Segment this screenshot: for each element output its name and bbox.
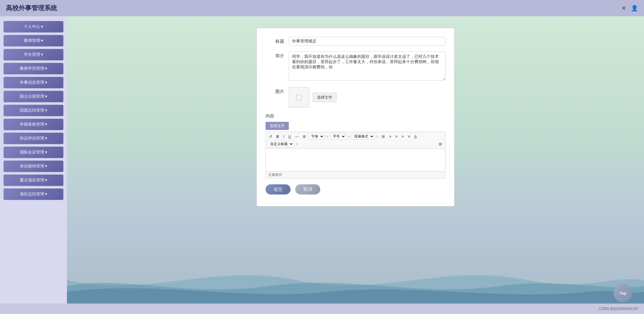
sidebar: 个人中心 ▾ 教师管理 ▾ 学生管理 ▾ 教师学历管理 ▾ 外事信息管理 ▾ 因… [0,16,67,314]
app-title: 高校外事管理系统 [6,4,57,13]
intro-control: 同学，我不知道你为什么选这么抽象的题目，跟毕业设计差太远了，已经几个技术看到你的… [289,51,445,81]
image-select-file-button[interactable]: 选择文件 [313,93,337,102]
image-label: 图片 [266,87,289,94]
sidebar-item-return[interactable]: 回国总结管理 ▾ [3,105,63,116]
sidebar-item-foreign-affairs[interactable]: 外事信息管理 ▾ [3,77,63,88]
toolbar-custom-heading-select[interactable]: 自定义标题 [268,141,294,147]
image-preview [289,87,309,108]
toolbar-align-left-button[interactable]: ≡ [388,134,393,139]
user-icon[interactable]: 👤 [631,5,638,12]
form-buttons: 提交 取消 [266,184,445,195]
toolbar-align-justify-button[interactable]: ≡ [406,134,412,139]
toolbar-align-right-button[interactable]: ≡ [400,134,406,139]
title-control [289,37,445,46]
close-icon[interactable]: ✕ [621,5,626,12]
image-upload-row: 选择文件 [289,87,445,108]
sidebar-item-project-summary[interactable]: 项目总结管理 ▾ [3,188,63,200]
toolbar-underline-button[interactable]: U [287,134,292,139]
sidebar-item-reception[interactable]: 来访接待管理 ▾ [3,160,63,172]
title-input[interactable] [289,37,445,46]
content-section-label: 内容 [266,113,445,119]
toolbar-more-button[interactable]: ⊞ [437,141,443,147]
toolbar-fontsize-select[interactable]: 字号 [330,133,346,140]
sidebar-item-foreign-visit[interactable]: 外籍来校管理 ▾ [3,119,63,130]
broken-image-icon [296,94,302,100]
sidebar-item-abroad[interactable]: 因公出国管理 ▾ [3,91,63,102]
form-card: 标题 简介 同学，我不知道你为什么选这么抽象的题目，跟毕业设计差太远了，已经几个… [256,28,454,206]
header: 高校外事管理系统 ✕ 👤 [0,0,644,16]
sidebar-item-key-project[interactable]: 重点项目管理 ▾ [3,174,63,186]
sidebar-item-student[interactable]: 学生管理 ▾ [3,49,63,60]
wave-decoration [67,257,644,304]
csdn-info: CSDN @QQ3295391197 [599,307,638,311]
bottom-bar: CSDN @QQ3295391197 [0,304,644,314]
toolbar-table-small-button[interactable]: ⊞ [301,134,307,139]
image-control: 选择文件 [289,87,445,108]
toolbar-font-color-button[interactable]: A [413,134,418,139]
toolbar-italic-button[interactable]: I [282,134,286,139]
content-section: 内容 选择文件 ↺ B I U — ⊞ 字体 ▾ 字号 [266,113,445,179]
content-select-file-button[interactable]: 选择文件 [266,122,289,130]
toolbar-sep1: ▾ [325,134,329,139]
toolbar-bold-button[interactable]: B [275,134,280,139]
sidebar-item-teacher[interactable]: 教师管理 ▾ [3,35,63,47]
scroll-top-button[interactable]: Top [614,284,632,302]
rich-editor[interactable] [266,148,445,172]
toolbar-font-select[interactable]: 字体 [309,133,324,140]
toolbar-sep3: ▾ [376,134,379,139]
title-row: 标题 [266,37,445,46]
sidebar-item-agreement[interactable]: 协议评估管理 ▾ [3,133,63,144]
header-icons: ✕ 👤 [621,5,638,12]
toolbar-paragraph-select[interactable]: 段落格式 [352,133,374,140]
toolbar-sep5: ▾ [295,141,298,147]
cancel-button[interactable]: 取消 [295,184,320,195]
toolbar-undo-button[interactable]: ↺ [268,134,274,139]
content-area: 标题 简介 同学，我不知道你为什么选这么抽象的题目，跟毕业设计差太远了，已经几个… [67,16,644,314]
toolbar-align-center-button[interactable]: ≡ [394,134,399,139]
sidebar-item-teacher-edu[interactable]: 教师学历管理 ▾ [3,63,63,74]
intro-textarea[interactable]: 同学，我不知道你为什么选这么抽象的题目，跟毕业设计差太远了，已经几个技术看到你的… [289,51,445,81]
image-row: 图片 选择文件 [266,87,445,108]
intro-row: 简介 同学，我不知道你为什么选这么抽象的题目，跟毕业设计差太远了，已经几个技术看… [266,51,445,81]
toolbar-table-button[interactable]: ⊞ [380,134,386,139]
sidebar-item-personal[interactable]: 个人中心 ▾ [3,21,63,33]
element-path: 元素路径 [266,172,445,179]
submit-button[interactable]: 提交 [266,184,291,195]
rich-toolbar: ↺ B I U — ⊞ 字体 ▾ 字号 ▾ 段落格式 [266,132,445,148]
main-layout: 个人中心 ▾ 教师管理 ▾ 学生管理 ▾ 教师学历管理 ▾ 外事信息管理 ▾ 因… [0,16,644,314]
sidebar-item-conference[interactable]: 国际会议管理 ▾ [3,147,63,158]
intro-label: 简介 [266,51,289,59]
toolbar-dash-button[interactable]: — [293,134,300,139]
toolbar-sep2: ▾ [347,134,351,139]
toolbar-sep4: · [419,134,422,139]
title-label: 标题 [266,37,289,44]
